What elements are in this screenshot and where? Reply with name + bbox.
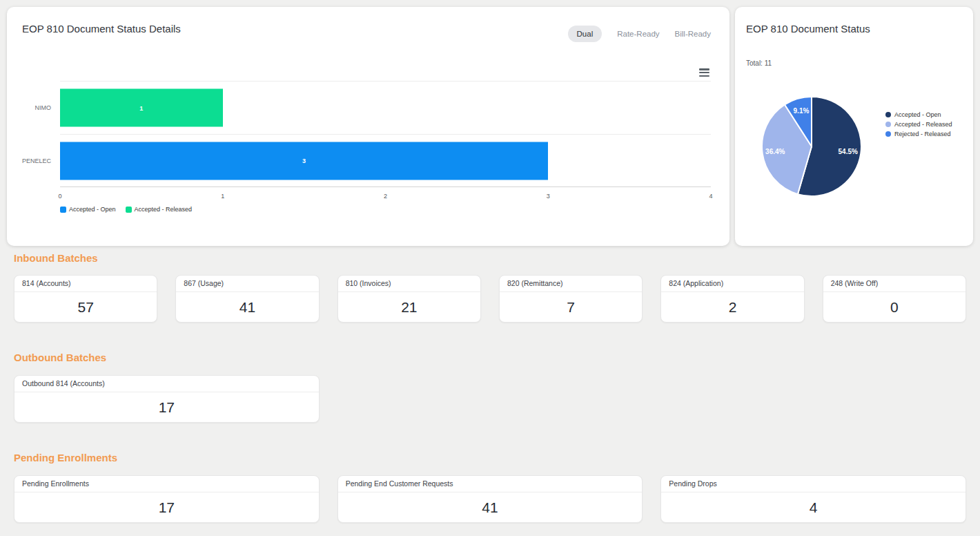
bar-row-nimo: NIMO1 xyxy=(14,81,711,134)
pie-card-title: EOP 810 Document Status xyxy=(746,23,870,35)
stat-card-value: 21 xyxy=(338,292,480,322)
legend-swatch xyxy=(126,207,132,213)
x-tick-label: 4 xyxy=(709,193,712,200)
pie-chart-legend: Accepted - OpenAccepted - ReleasedReject… xyxy=(885,110,952,139)
pie-slice-label: 54.5% xyxy=(839,148,858,155)
stat-card-value: 17 xyxy=(14,492,319,522)
stat-card-label: Pending Drops xyxy=(661,476,966,492)
stat-card[interactable]: Pending Enrollments17 xyxy=(14,475,320,523)
legend-label: Accepted - Released xyxy=(894,121,952,128)
legend-item[interactable]: Rejected - Released xyxy=(885,129,952,139)
hamburger-icon[interactable] xyxy=(699,68,709,77)
pie-chart: 54.5%36.4%9.1% xyxy=(735,86,885,221)
legend-item[interactable]: Accepted - Open xyxy=(885,110,952,119)
legend-item[interactable]: Accepted - Released xyxy=(885,119,952,129)
category-label: PENELEC xyxy=(14,157,60,164)
section-pending-enrollments: Pending EnrollmentsPending Enrollments17… xyxy=(14,452,966,523)
stat-card-value: 4 xyxy=(661,492,966,522)
stat-card-label: Pending End Customer Requests xyxy=(338,476,643,492)
legend-label: Accepted - Open xyxy=(69,206,116,213)
legend-label: Rejected - Released xyxy=(894,131,951,137)
x-tick-label: 2 xyxy=(384,193,387,200)
stat-card[interactable]: 867 (Usage)41 xyxy=(175,275,319,323)
stat-card[interactable]: 248 (Write Off)0 xyxy=(823,275,966,323)
stat-card-value: 7 xyxy=(500,292,642,322)
stat-card-label: 248 (Write Off) xyxy=(823,276,966,292)
top-row: EOP 810 Document Status Details DualRate… xyxy=(0,0,980,246)
chart-tabs: DualRate-ReadyBill-Ready xyxy=(568,26,711,42)
bar-chart: NIMO1PENELEC3 01234 Accepted - OpenAccep… xyxy=(14,81,711,213)
section-heading: Outbound Batches xyxy=(14,352,966,363)
x-tick-label: 3 xyxy=(547,193,550,200)
legend-dot xyxy=(885,131,891,137)
legend-item[interactable]: Accepted - Released xyxy=(126,206,193,213)
tab-bill-ready[interactable]: Bill-Ready xyxy=(675,26,711,42)
pie-slice-label: 36.4% xyxy=(765,148,785,155)
tab-dual[interactable]: Dual xyxy=(568,26,602,42)
stat-card-value: 2 xyxy=(661,292,803,322)
section-outbound-batches: Outbound BatchesOutbound 814 (Accounts)1… xyxy=(14,352,966,423)
bar-track: 1 xyxy=(60,81,711,134)
section-inbound-batches: Inbound Batches814 (Accounts)57867 (Usag… xyxy=(14,252,966,323)
bar-chart-card: EOP 810 Document Status Details DualRate… xyxy=(7,7,729,246)
stat-card[interactable]: Pending End Customer Requests41 xyxy=(337,475,643,523)
pie-chart-card: EOP 810 Document Status Total: 11 54.5%3… xyxy=(735,7,973,246)
pie-total-label: Total: 11 xyxy=(746,59,772,67)
legend-label: Accepted - Released xyxy=(135,206,193,213)
stat-card-value: 41 xyxy=(176,292,318,322)
legend-label: Accepted - Open xyxy=(894,111,941,118)
stat-card-label: 824 (Application) xyxy=(661,276,803,292)
stat-card[interactable]: 810 (Invoices)21 xyxy=(337,275,481,323)
tab-rate-ready[interactable]: Rate-Ready xyxy=(617,26,659,42)
category-label: NIMO xyxy=(14,104,60,111)
x-tick-label: 1 xyxy=(221,193,224,200)
legend-dot xyxy=(885,122,891,127)
bar-track: 3 xyxy=(60,134,711,187)
stat-card[interactable]: Pending Drops4 xyxy=(660,475,966,523)
cards-grid: 814 (Accounts)57867 (Usage)41810 (Invoic… xyxy=(14,275,966,323)
stat-card-value: 17 xyxy=(14,392,319,422)
pie-slice-label: 9.1% xyxy=(794,107,810,115)
bar-card-title: EOP 810 Document Status Details xyxy=(22,23,181,35)
x-tick-label: 0 xyxy=(58,193,61,200)
stat-card-value: 57 xyxy=(14,292,157,322)
stat-card[interactable]: Outbound 814 (Accounts)17 xyxy=(14,375,320,423)
stat-card-label: Pending Enrollments xyxy=(14,476,319,492)
stat-card-value: 0 xyxy=(823,292,966,322)
stat-card-label: 814 (Accounts) xyxy=(14,276,157,292)
bar-chart-legend: Accepted - OpenAccepted - Released xyxy=(60,206,711,213)
stat-card-value: 41 xyxy=(338,492,643,522)
stat-card-label: Outbound 814 (Accounts) xyxy=(14,376,319,392)
bar-segment[interactable]: 1 xyxy=(60,89,223,127)
stat-card-label: 810 (Invoices) xyxy=(338,276,480,292)
legend-dot xyxy=(885,112,891,117)
stat-card[interactable]: 820 (Remittance)7 xyxy=(499,275,643,323)
stat-sections: Inbound Batches814 (Accounts)57867 (Usag… xyxy=(0,252,980,523)
bar-row-penelec: PENELEC3 xyxy=(14,134,711,187)
cards-grid: Pending Enrollments17Pending End Custome… xyxy=(14,475,966,523)
x-axis-ticks: 01234 xyxy=(60,187,711,201)
legend-item[interactable]: Accepted - Open xyxy=(60,206,116,213)
cards-grid: Outbound 814 (Accounts)17 xyxy=(14,375,966,423)
section-heading: Pending Enrollments xyxy=(14,452,966,463)
stat-card-label: 820 (Remittance) xyxy=(500,276,642,292)
stat-card[interactable]: 824 (Application)2 xyxy=(660,275,804,323)
bar-segment[interactable]: 3 xyxy=(60,142,548,180)
bar-rows: NIMO1PENELEC3 xyxy=(14,81,711,187)
section-heading: Inbound Batches xyxy=(14,252,966,264)
legend-swatch xyxy=(60,207,66,213)
stat-card[interactable]: 814 (Accounts)57 xyxy=(14,275,157,323)
stat-card-label: 867 (Usage) xyxy=(176,276,318,292)
